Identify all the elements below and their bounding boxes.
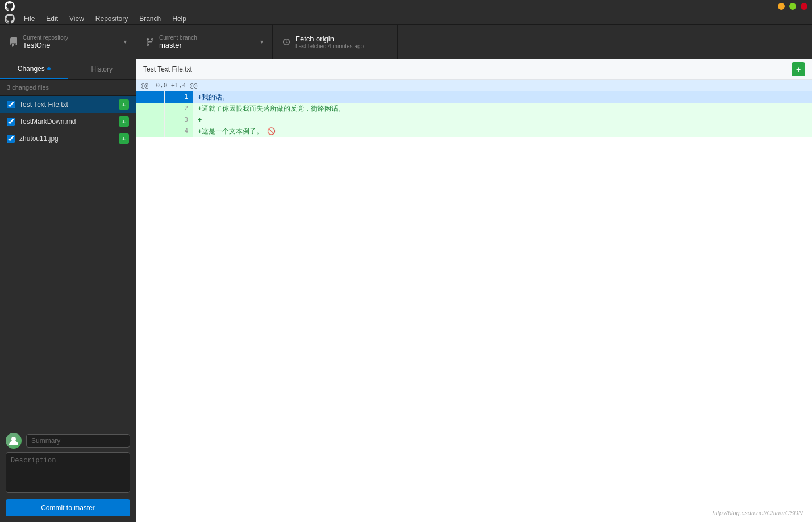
- sidebar-tabs: Changes History: [0, 59, 136, 80]
- commit-area: Commit to master: [0, 427, 136, 522]
- file-status-icon-1: +: [119, 116, 129, 127]
- watermark: http://blog.csdn.net/ChinarCSDN: [712, 510, 803, 516]
- current-branch-name: master: [159, 41, 182, 49]
- diff-line-2: 2 +逼就了你因恨我而失落所做的反党，街路闲话。: [136, 103, 812, 114]
- toolbar: Current repository TestOne ▾ Current bra…: [0, 25, 812, 59]
- fetch-last-fetched: Last fetched 4 minutes ago: [295, 43, 364, 49]
- diff-line-num-new-1: 1: [165, 91, 193, 103]
- menu-file[interactable]: File: [19, 14, 39, 24]
- diff-line-num-new-3: 3: [165, 114, 193, 126]
- diff-line-num-old-3: [136, 114, 165, 126]
- svg-point-0: [11, 437, 16, 441]
- diff-line-content-1: +我的话。: [193, 91, 812, 103]
- file-status-icon-0: +: [119, 99, 129, 110]
- description-input[interactable]: [6, 452, 130, 493]
- file-checkbox-2[interactable]: [7, 135, 15, 143]
- file-checkbox-0[interactable]: [7, 101, 15, 108]
- file-item-1[interactable]: TestMarkDown.md +: [0, 113, 136, 130]
- diff-content: @@ -0,0 +1,4 @@ 1 +我的话。 2 +逼就了你因恨我而失落所做的…: [136, 80, 812, 522]
- current-repo-name: TestOne: [23, 41, 50, 49]
- current-repo-section[interactable]: Current repository TestOne ▾: [0, 25, 136, 59]
- diff-add-button[interactable]: +: [792, 62, 805, 76]
- diff-line-num-new-2: 2: [165, 103, 193, 114]
- file-name-1: TestMarkDown.md: [19, 118, 119, 126]
- tab-history[interactable]: History: [68, 59, 136, 79]
- changes-dot: [47, 67, 51, 70]
- menu-help[interactable]: Help: [168, 14, 191, 24]
- diff-header: Test Text File.txt +: [136, 59, 812, 80]
- fetch-origin-section[interactable]: Fetch origin Last fetched 4 minutes ago: [273, 25, 398, 59]
- changed-files-header: 3 changed files: [0, 80, 136, 96]
- main-layout: Changes History 3 changed files Test Tex…: [0, 59, 812, 522]
- fetch-origin-title: Fetch origin: [295, 35, 334, 43]
- current-branch-label: Current branch: [159, 35, 197, 41]
- close-button[interactable]: ×: [801, 3, 807, 10]
- diff-filename: Test Text File.txt: [143, 65, 192, 73]
- menu-branch[interactable]: Branch: [135, 14, 165, 24]
- file-name-0: Test Text File.txt: [19, 101, 119, 108]
- current-repo-label: Current repository: [23, 35, 68, 41]
- fetch-icon: [282, 37, 291, 47]
- diff-line-num-new-4: 4: [165, 126, 193, 137]
- titlebar: − □ ×: [0, 0, 812, 12]
- tab-changes[interactable]: Changes: [0, 59, 68, 79]
- diff-line-content-2: +逼就了你因恨我而失落所做的反党，街路闲话。: [193, 103, 812, 114]
- diff-line-4: 4 +这是一个文本例子。 🚫: [136, 126, 812, 137]
- diff-line-content-4: +这是一个文本例子。 🚫: [193, 126, 812, 137]
- avatar-image: [6, 433, 22, 449]
- sidebar: Changes History 3 changed files Test Tex…: [0, 59, 136, 522]
- file-name-2: zhutou11.jpg: [19, 135, 119, 143]
- file-status-icon-2: +: [119, 133, 129, 144]
- repo-icon: [9, 37, 18, 47]
- diff-line-3: 3 +: [136, 114, 812, 126]
- file-list: Test Text File.txt + TestMarkDown.md + z…: [0, 96, 136, 427]
- minimize-button[interactable]: −: [778, 3, 785, 10]
- diff-line-num-old-1: [136, 91, 165, 103]
- diff-hunk-header: @@ -0,0 +1,4 @@: [136, 80, 812, 91]
- menubar: File Edit View Repository Branch Help: [0, 12, 812, 25]
- diff-area: Test Text File.txt + @@ -0,0 +1,4 @@ 1 +…: [136, 59, 812, 522]
- file-checkbox-1[interactable]: [7, 118, 15, 126]
- branch-icon: [145, 37, 155, 47]
- window-controls[interactable]: − □ ×: [778, 3, 807, 10]
- menu-edit[interactable]: Edit: [41, 14, 63, 24]
- app-logo-icon: [5, 14, 15, 24]
- diff-line-num-old-4: [136, 126, 165, 137]
- commit-summary-row: [6, 433, 130, 449]
- menu-view[interactable]: View: [65, 14, 89, 24]
- diff-line-1: 1 +我的话。: [136, 91, 812, 103]
- current-branch-section[interactable]: Current branch master ▾: [136, 25, 273, 59]
- repo-chevron-icon: ▾: [124, 39, 127, 45]
- summary-input[interactable]: [26, 434, 130, 448]
- diff-line-content-3: +: [193, 114, 812, 126]
- avatar: [6, 433, 22, 449]
- maximize-button[interactable]: □: [789, 3, 796, 10]
- file-item-2[interactable]: zhutou11.jpg +: [0, 130, 136, 147]
- file-item-0[interactable]: Test Text File.txt +: [0, 96, 136, 113]
- branch-chevron-icon: ▾: [260, 39, 263, 45]
- menu-repository[interactable]: Repository: [91, 14, 132, 24]
- diff-line-num-old-2: [136, 103, 165, 114]
- diff-actions: +: [792, 62, 805, 76]
- commit-to-master-button[interactable]: Commit to master: [6, 499, 130, 516]
